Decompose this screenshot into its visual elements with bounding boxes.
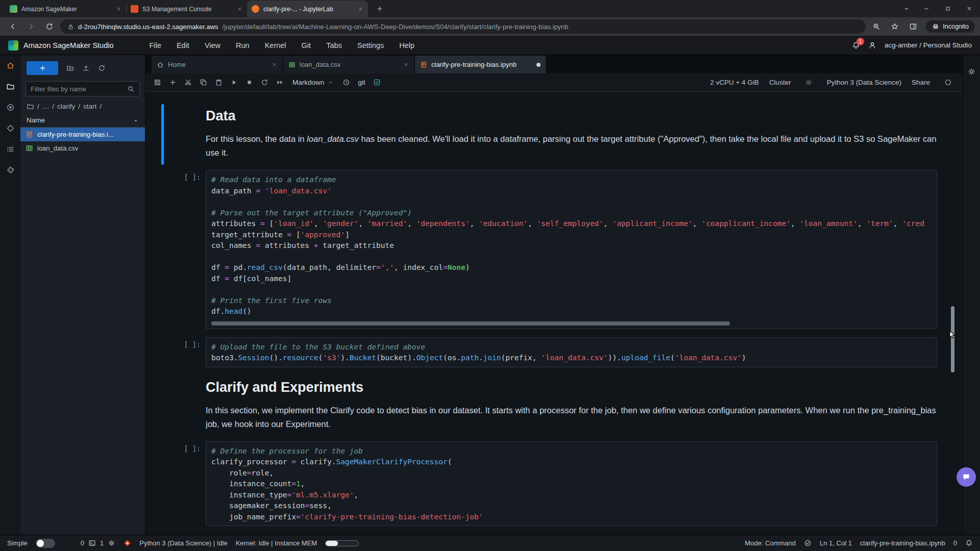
window-minimize-button[interactable] — [916, 0, 937, 17]
new-folder-icon[interactable] — [66, 64, 74, 72]
new-tab-button[interactable] — [372, 1, 387, 16]
interrupt-kernel-icon[interactable] — [241, 76, 257, 90]
tab-close-icon[interactable] — [272, 62, 277, 67]
document-tab[interactable]: loan_data.csv — [283, 56, 414, 73]
zoom-icon[interactable] — [869, 19, 884, 34]
file-browser-icon[interactable] — [6, 82, 15, 91]
window-close-button[interactable] — [959, 0, 980, 17]
home-icon[interactable] — [6, 61, 15, 70]
browser-tab[interactable]: Amazon SageMaker — [5, 1, 126, 17]
cell-type-dropdown[interactable]: Markdown — [287, 79, 338, 86]
browser-tab[interactable]: clarify-pre-... - JupyterLab — [247, 1, 368, 17]
user-icon[interactable] — [868, 41, 876, 49]
menu-settings[interactable]: Settings — [357, 41, 384, 49]
cluster-button[interactable]: Cluster — [769, 79, 791, 86]
filter-files-box[interactable] — [26, 81, 140, 96]
folder-icon — [27, 103, 34, 110]
notifications-bell-icon[interactable]: 1 — [852, 41, 860, 49]
tab-close-icon[interactable] — [116, 6, 121, 12]
running-sessions-icon[interactable] — [6, 103, 15, 112]
restart-kernel-icon[interactable] — [257, 76, 272, 90]
upload-icon[interactable] — [82, 64, 90, 72]
kernel-status-label[interactable]: Python 3 (Data Science) | Idle — [139, 539, 227, 547]
side-panel-icon[interactable] — [905, 19, 921, 34]
account-label[interactable]: acg-amber / Personal Studio — [885, 41, 972, 49]
paste-cell-icon[interactable] — [211, 76, 226, 90]
bookmark-star-icon[interactable] — [887, 19, 902, 34]
menu-edit[interactable]: Edit — [177, 41, 189, 49]
settings-gear-icon[interactable] — [967, 67, 976, 535]
vertical-scrollbar[interactable] — [951, 306, 954, 372]
cluster-settings-icon[interactable] — [801, 76, 817, 90]
notebook-scroll-area[interactable]: DataFor this lesson, the data in loan_da… — [145, 92, 963, 535]
git-review-icon[interactable] — [370, 76, 385, 90]
menu-view[interactable]: View — [205, 41, 220, 49]
code-editor[interactable]: # Upload the file to the S3 bucket defin… — [206, 337, 937, 367]
kernel-status-circle-icon[interactable] — [940, 76, 955, 90]
code-cell[interactable]: [ ]:# Read data into a dataframedata_pat… — [161, 170, 937, 329]
refresh-icon[interactable] — [98, 64, 106, 72]
document-tab[interactable]: Home — [152, 56, 282, 73]
statusbar-bell-icon[interactable] — [965, 539, 973, 547]
forward-button[interactable] — [23, 19, 39, 34]
table-of-contents-icon[interactable] — [6, 145, 15, 154]
markdown-cell[interactable]: DataFor this lesson, the data in loan_da… — [161, 104, 937, 165]
menu-kernel[interactable]: Kernel — [265, 41, 286, 49]
kernel-selector[interactable]: Python 3 (Data Science) — [827, 79, 901, 86]
name-column-header[interactable]: Name — [27, 116, 45, 124]
filter-files-input[interactable] — [31, 85, 124, 93]
file-item[interactable]: loan_data.csv — [20, 141, 145, 155]
simple-mode-toggle[interactable] — [36, 539, 55, 548]
code-editor[interactable]: # Read data into a dataframedata_path = … — [206, 170, 937, 329]
copy-cell-icon[interactable] — [195, 76, 211, 90]
save-icon[interactable] — [150, 76, 165, 90]
restart-run-all-icon[interactable] — [272, 76, 287, 90]
notebook-toolbar: Markdown git 2 vCPU + 4 GiB Cluster Pyth… — [145, 73, 963, 92]
menu-file[interactable]: File — [150, 41, 161, 49]
menu-tabs[interactable]: Tabs — [326, 41, 342, 49]
document-tab[interactable]: clarify-pre-training-bias.ipynb — [415, 56, 546, 73]
breadcrumb-segment[interactable]: clarify — [57, 103, 75, 110]
run-cell-icon[interactable] — [226, 76, 241, 90]
reload-button[interactable] — [42, 19, 57, 34]
menu-git[interactable]: Git — [302, 41, 311, 49]
code-line — [211, 252, 932, 263]
code-line: role=role, — [211, 468, 932, 479]
tab-search-icon[interactable] — [897, 0, 916, 17]
tab-close-icon[interactable] — [403, 62, 409, 67]
menu-run[interactable]: Run — [236, 41, 250, 49]
extensions-icon[interactable] — [6, 166, 15, 174]
cursor-position[interactable]: Ln 1, Col 1 — [820, 539, 852, 547]
instance-resources-label[interactable]: 2 vCPU + 4 GiB — [710, 79, 759, 86]
git-sidebar-icon[interactable] — [6, 124, 15, 133]
git-toolbar-button[interactable]: git — [354, 79, 369, 86]
cut-cell-icon[interactable] — [180, 76, 195, 90]
url-omnibox[interactable]: d-2rou7thinqlw.studio.us-east-2.sagemake… — [60, 19, 866, 34]
terminals-kernels-status[interactable]: 0 1 — [81, 539, 115, 547]
code-editor[interactable]: # Define the processor for the jobclarif… — [206, 441, 937, 527]
notebook-file-icon — [26, 131, 33, 138]
code-cell[interactable]: [ ]:# Define the processor for the jobcl… — [161, 441, 937, 527]
mode-indicator[interactable]: Mode: Command — [745, 539, 796, 547]
new-launcher-button[interactable] — [27, 61, 58, 75]
share-button[interactable]: Share — [912, 79, 930, 86]
menu-help[interactable]: Help — [399, 41, 414, 49]
breadcrumb-segment[interactable]: … — [42, 103, 50, 110]
tab-close-icon[interactable] — [237, 6, 242, 12]
breadcrumb-segment[interactable]: start — [83, 103, 96, 110]
back-button[interactable] — [5, 19, 20, 34]
sort-caret-icon[interactable] — [133, 117, 139, 123]
add-cell-icon[interactable] — [165, 76, 180, 90]
file-item[interactable]: clarify-pre-training-bias.i... — [20, 128, 145, 141]
window-maximize-button[interactable] — [937, 0, 959, 17]
git-status-icon[interactable] — [124, 539, 131, 547]
checkpoint-clock-icon[interactable] — [338, 76, 354, 90]
browser-tab[interactable]: S3 Management Console — [126, 1, 247, 17]
markdown-cell[interactable]: Clarify and ExperimentsIn this section, … — [161, 375, 937, 436]
browser-tabs: Amazon SageMakerS3 Management Consolecla… — [5, 1, 368, 17]
chat-bubble-button[interactable] — [957, 467, 976, 487]
code-cell[interactable]: [ ]:# Upload the file to the S3 bucket d… — [161, 337, 937, 367]
kernel-count: 1 — [100, 539, 104, 547]
tab-close-icon[interactable] — [358, 6, 363, 12]
horizontal-scrollbar[interactable] — [211, 321, 932, 325]
